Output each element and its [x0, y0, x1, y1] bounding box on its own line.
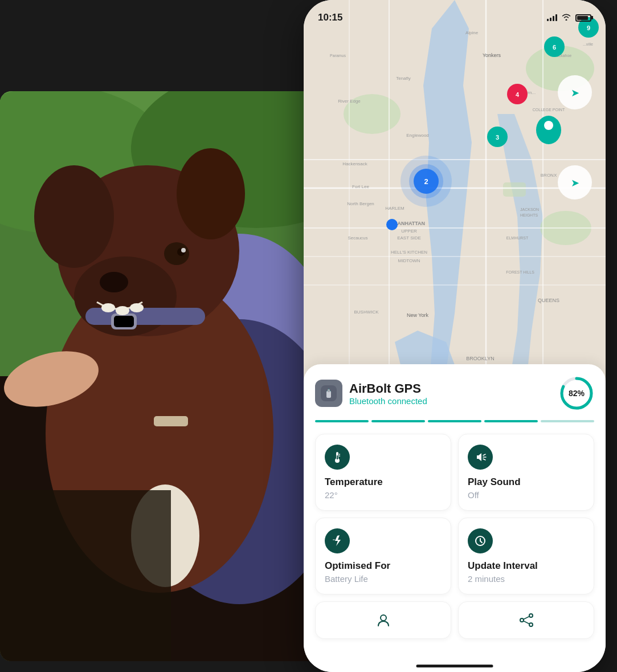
svg-point-24: [181, 248, 186, 252]
svg-line-104: [483, 459, 485, 460]
optimised-for-card[interactable]: Optimised For Battery Life: [315, 518, 451, 594]
status-time: 10:15: [318, 12, 342, 23]
battery-indicator: 82%: [559, 376, 594, 411]
svg-rect-18: [114, 316, 134, 327]
svg-point-109: [381, 615, 386, 621]
device-icon: [315, 380, 342, 407]
svg-text:Tenafly: Tenafly: [396, 76, 410, 81]
svg-point-22: [164, 242, 189, 265]
progress-tab-4[interactable]: [484, 420, 538, 422]
speaker-icon: [468, 445, 493, 470]
svg-text:HARLEM: HARLEM: [385, 206, 404, 211]
svg-text:HELL'S KITCHEN: HELL'S KITCHEN: [391, 250, 427, 255]
phone-frame: 10:15: [304, 0, 606, 672]
svg-text:New York: New York: [407, 312, 429, 318]
update-interval-title: Update Interval: [468, 560, 585, 572]
svg-rect-26: [154, 416, 188, 426]
svg-rect-105: [333, 539, 335, 540]
share-card[interactable]: [458, 601, 594, 639]
thermometer-icon: [325, 445, 350, 470]
play-sound-value: Off: [468, 490, 585, 500]
svg-point-21: [130, 303, 144, 312]
person-card[interactable]: [315, 601, 451, 639]
svg-text:ELMHURST: ELMHURST: [506, 236, 529, 240]
svg-point-86: [544, 121, 553, 130]
svg-line-108: [480, 541, 482, 543]
status-bar: 10:15: [304, 0, 606, 28]
svg-text:Paramus: Paramus: [330, 54, 346, 58]
device-text: AirBolt GPS Bluetooth connected: [349, 381, 427, 406]
update-interval-card[interactable]: Update Interval 2 minutes: [458, 518, 594, 594]
svg-text:3: 3: [496, 134, 499, 141]
optimised-for-title: Optimised For: [325, 560, 442, 572]
svg-point-13: [34, 165, 114, 268]
svg-text:BUSHWICK: BUSHWICK: [354, 309, 379, 315]
battery-percent: 82%: [569, 389, 585, 398]
progress-tab-2[interactable]: [371, 420, 425, 422]
bottom-sheet: AirBolt GPS Bluetooth connected 82%: [304, 364, 606, 672]
optimised-for-value: Battery Life: [325, 574, 442, 584]
play-sound-card[interactable]: Play Sound Off: [458, 434, 594, 511]
svg-text:BROOKLYN: BROOKLYN: [466, 356, 494, 361]
svg-text:MANHATTAN: MANHATTAN: [393, 221, 425, 226]
bottom-nav-row: [315, 601, 594, 639]
svg-text:EAST SIDE: EAST SIDE: [397, 235, 421, 241]
svg-text:Hackensack: Hackensack: [342, 161, 368, 166]
svg-text:2: 2: [424, 177, 428, 186]
svg-text:Secaucus: Secaucus: [348, 235, 367, 241]
svg-text:UPPER: UPPER: [401, 229, 417, 234]
progress-tab-1[interactable]: [315, 420, 369, 422]
svg-text:QUEENS: QUEENS: [538, 298, 559, 303]
svg-point-14: [177, 148, 245, 239]
progress-tab-3[interactable]: [428, 420, 481, 422]
clock-icon: [468, 528, 493, 553]
temperature-value: 22°: [325, 490, 442, 500]
update-interval-value: 2 minutes: [468, 574, 585, 584]
map-area[interactable]: MANHATTAN UPPER EAST SIDE HELL'S KITCHEN…: [304, 0, 606, 388]
svg-text:North Bergen: North Bergen: [347, 201, 374, 206]
svg-text:MIDTOWN: MIDTOWN: [398, 258, 420, 263]
svg-point-111: [520, 618, 524, 622]
svg-text:COLLEGE POINT: COLLEGE POINT: [533, 108, 565, 112]
home-indicator: [416, 665, 493, 667]
battery-optimise-icon: [325, 528, 350, 553]
svg-point-12: [100, 272, 128, 292]
svg-text:FOREST HILLS: FOREST HILLS: [506, 270, 534, 274]
temperature-title: Temperature: [325, 476, 442, 488]
svg-text:6: 6: [553, 44, 556, 51]
svg-text:HEIGHTS: HEIGHTS: [520, 213, 538, 217]
svg-line-114: [524, 621, 529, 624]
svg-text:BRONX: BRONX: [541, 173, 557, 178]
svg-point-19: [101, 303, 115, 312]
svg-point-20: [116, 306, 129, 315]
svg-rect-27: [0, 490, 171, 661]
device-header: AirBolt GPS Bluetooth connected 82%: [315, 376, 594, 411]
device-status: Bluetooth connected: [349, 396, 427, 406]
svg-text:4: 4: [516, 91, 520, 98]
svg-rect-94: [328, 389, 330, 392]
battery-icon: [575, 14, 591, 22]
svg-text:JACKSON: JACKSON: [520, 207, 539, 211]
svg-line-102: [483, 454, 485, 455]
status-icons: [547, 13, 591, 22]
svg-point-110: [529, 614, 533, 617]
play-sound-title: Play Sound: [468, 476, 585, 488]
svg-line-113: [524, 617, 529, 620]
svg-text:➤: ➤: [571, 87, 579, 99]
signal-bars-icon: [547, 14, 557, 21]
device-name: AirBolt GPS: [349, 381, 427, 396]
wifi-icon: [562, 13, 571, 22]
progress-tab-5[interactable]: [541, 420, 594, 422]
svg-text:Alpine: Alpine: [465, 30, 479, 35]
svg-text:...ville: ...ville: [583, 42, 593, 46]
svg-text:Fort Lee: Fort Lee: [352, 184, 369, 189]
svg-point-80: [386, 219, 398, 230]
temperature-card[interactable]: Temperature 22°: [315, 434, 451, 511]
svg-rect-32: [503, 182, 526, 197]
svg-text:Yonkers: Yonkers: [483, 52, 501, 58]
progress-tabs: [315, 420, 594, 422]
svg-text:➤: ➤: [571, 177, 579, 189]
dog-photo-background: [0, 91, 330, 661]
svg-rect-99: [337, 455, 338, 459]
cards-grid: Temperature 22° Play Sound Off: [315, 434, 594, 594]
